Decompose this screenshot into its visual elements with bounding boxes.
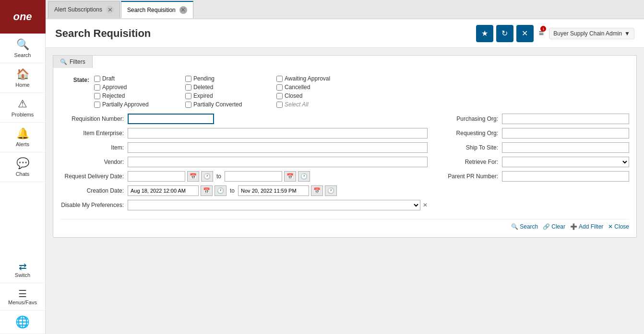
checkbox-cancelled-input[interactable] (276, 84, 283, 91)
field-row-retrieve-for: Retrieve For: (437, 157, 629, 167)
checkbox-pending-label: Pending (193, 75, 215, 82)
problems-icon: ⚠ (18, 98, 27, 110)
menu-button[interactable]: ≡ 1 (537, 26, 547, 41)
label-requesting-org: Requesting Org: (437, 130, 502, 137)
sidebar-item-menus[interactable]: ☰ Menus/Favs (0, 283, 45, 311)
input-item-enterprise[interactable] (128, 128, 428, 138)
checkbox-rejected-input[interactable] (94, 93, 100, 99)
tab-alert-subscriptions[interactable]: Alert Subscriptions ✕ (48, 1, 120, 18)
checkbox-rejected[interactable]: Rejected (94, 92, 180, 99)
label-retrieve-for: Retrieve For: (437, 159, 502, 165)
sidebar-label-alerts: Alerts (16, 141, 29, 147)
calendar-btn-rdd-from[interactable]: 📅 (187, 171, 199, 182)
favorite-button[interactable]: ★ (476, 25, 493, 42)
input-purchasing-org[interactable] (502, 114, 629, 124)
clock-btn-cd-from[interactable]: 🕐 (215, 185, 227, 196)
checkbox-deleted-label: Deleted (193, 84, 213, 91)
input-request-delivery-date-from[interactable] (128, 171, 185, 182)
search-icon: 🔍 (16, 38, 29, 51)
checkbox-partially-approved-input[interactable] (94, 102, 100, 108)
input-vendor[interactable] (128, 157, 428, 167)
clock-btn-rdd-to[interactable]: 🕐 (298, 171, 310, 182)
switch-icon-row: ⇄ (19, 261, 27, 272)
checkbox-awaiting-approval-label: Awaiting Approval (285, 75, 330, 82)
refresh-button[interactable]: ↻ (496, 25, 513, 42)
search-link[interactable]: 🔍 Search (511, 223, 538, 230)
checkbox-cancelled[interactable]: Cancelled (276, 84, 363, 91)
filters-tab[interactable]: 🔍 Filters (53, 55, 93, 68)
tab-close-alert-subscriptions[interactable]: ✕ (106, 6, 114, 13)
label-request-delivery-date: Request Delivery Date: (60, 173, 128, 180)
input-parent-pr-number[interactable] (502, 171, 629, 182)
calendar-btn-cd-to[interactable]: 📅 (311, 185, 323, 196)
checkbox-expired[interactable]: Expired (185, 92, 272, 99)
checkbox-closed[interactable]: Closed (276, 92, 363, 99)
checkbox-deleted[interactable]: Deleted (185, 84, 272, 91)
checkbox-approved-input[interactable] (94, 84, 100, 91)
checkbox-select-all-input[interactable] (276, 102, 283, 108)
creation-date-range: 📅 🕐 to 📅 🕐 (128, 185, 337, 196)
state-label: State: (60, 75, 89, 83)
field-row-request-delivery-date: Request Delivery Date: 📅 🕐 to 📅 🕐 (60, 171, 428, 182)
chats-icon: 💬 (16, 157, 29, 170)
calendar-btn-rdd-to[interactable]: 📅 (284, 171, 296, 182)
close-link[interactable]: ✕ Close (608, 223, 629, 230)
sidebar-item-switch[interactable]: ⇄ Switch (0, 256, 45, 283)
checkbox-select-all[interactable]: Select All (276, 101, 363, 108)
checkbox-partially-approved-label: Partially Approved (102, 101, 149, 108)
input-requesting-org[interactable] (502, 128, 629, 138)
input-ship-to-site[interactable] (502, 142, 629, 153)
tab-close-search-requisition[interactable]: ✕ (179, 6, 187, 14)
field-row-vendor: Vendor: (60, 157, 428, 167)
select-disable-prefs[interactable] (128, 200, 420, 210)
sidebar-item-globe[interactable]: 🌐 (0, 311, 45, 334)
switch-icon: ⇄ (19, 261, 27, 272)
checkbox-awaiting-approval-input[interactable] (276, 76, 283, 82)
tab-search-requisition[interactable]: Search Requisition ✕ (121, 1, 193, 18)
checkbox-awaiting-approval[interactable]: Awaiting Approval (276, 75, 363, 82)
clear-action-icon: 🔗 (543, 223, 550, 230)
sidebar-item-search[interactable]: 🔍 Search (0, 34, 45, 63)
checkbox-pending[interactable]: Pending (185, 75, 272, 82)
checkbox-approved[interactable]: Approved (94, 84, 180, 91)
input-requisition-number[interactable] (128, 114, 214, 124)
select-retrieve-for[interactable] (502, 157, 629, 167)
clock-btn-cd-to[interactable]: 🕐 (325, 185, 337, 196)
filter-actions: 🔍 Search 🔗 Clear ➕ Add Filter ✕ Close (60, 219, 629, 230)
header-actions: ★ ↻ ✕ ≡ 1 Buyer Supply Chain Admin ▼ (476, 25, 634, 42)
page-title: Search Requisition (55, 27, 476, 40)
clear-disable-prefs-icon[interactable]: ✕ (423, 202, 428, 208)
sidebar-label-search: Search (14, 52, 31, 58)
input-item[interactable] (128, 142, 428, 153)
checkbox-partially-converted[interactable]: Partially Converted (185, 101, 272, 108)
sidebar-item-problems[interactable]: ⚠ Problems (0, 93, 45, 123)
checkbox-closed-input[interactable] (276, 93, 283, 99)
sidebar-item-home[interactable]: 🏠 Home (0, 63, 45, 93)
checkbox-partially-converted-input[interactable] (185, 102, 191, 108)
clock-btn-rdd-from[interactable]: 🕐 (201, 171, 213, 182)
sidebar-item-chats[interactable]: 💬 Chats (0, 152, 45, 182)
close-page-button[interactable]: ✕ (516, 25, 534, 42)
user-dropdown[interactable]: Buyer Supply Chain Admin ▼ (549, 28, 634, 39)
input-creation-date-from[interactable] (128, 185, 199, 196)
checkbox-rejected-label: Rejected (102, 92, 125, 99)
checkbox-draft-input[interactable] (94, 76, 100, 82)
input-creation-date-to[interactable] (238, 185, 309, 196)
checkbox-expired-input[interactable] (185, 93, 191, 99)
label-creation-date: Creation Date: (60, 187, 128, 194)
add-filter-link[interactable]: ➕ Add Filter (570, 223, 603, 230)
checkbox-deleted-input[interactable] (185, 84, 191, 91)
checkbox-closed-label: Closed (285, 92, 302, 99)
checkbox-pending-input[interactable] (185, 76, 191, 82)
checkbox-expired-label: Expired (193, 92, 213, 99)
checkbox-draft[interactable]: Draft (94, 75, 180, 82)
search-action-icon: 🔍 (511, 223, 518, 230)
input-request-delivery-date-to[interactable] (225, 171, 282, 182)
app-logo[interactable]: one (0, 0, 46, 34)
alerts-icon: 🔔 (16, 127, 29, 140)
content-area: 🔍 Filters State: Draft Pending (46, 48, 644, 334)
calendar-btn-cd-from[interactable]: 📅 (201, 185, 213, 196)
sidebar-item-alerts[interactable]: 🔔 Alerts (0, 123, 45, 152)
checkbox-partially-approved[interactable]: Partially Approved (94, 101, 180, 108)
clear-link[interactable]: 🔗 Clear (543, 223, 565, 230)
